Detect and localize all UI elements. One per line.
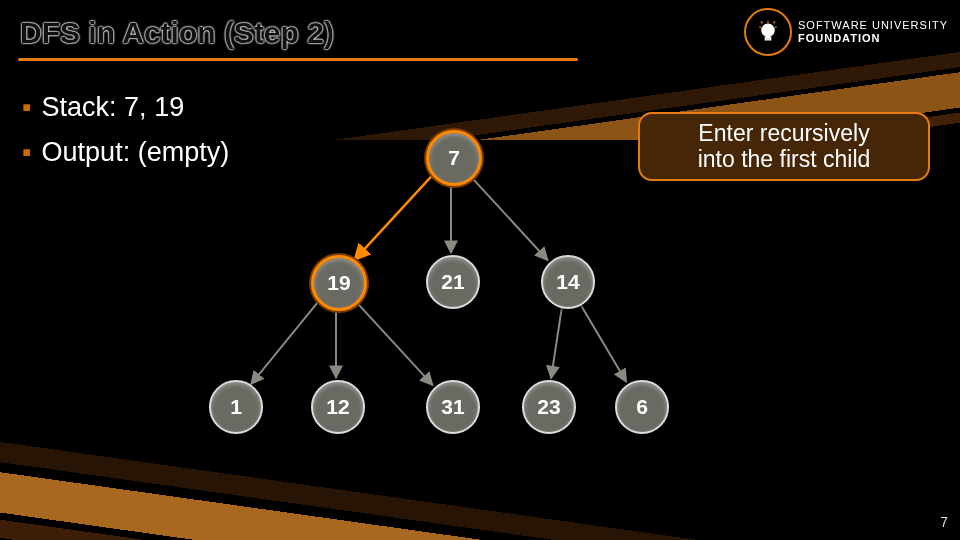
tree-node-19: 19 <box>311 255 367 311</box>
edge-19-1 <box>251 301 319 384</box>
tree-node-31: 31 <box>426 380 480 434</box>
tree-node-7: 7 <box>426 130 482 186</box>
tree-node-23: 23 <box>522 380 576 434</box>
edge-19-31 <box>354 300 432 385</box>
tree-node-1: 1 <box>209 380 263 434</box>
tree-node-21: 21 <box>426 255 480 309</box>
edge-7-19 <box>354 175 432 260</box>
edge-14-6 <box>580 303 626 382</box>
page-number: 7 <box>940 514 948 530</box>
tree-edges <box>0 0 960 540</box>
edge-14-23 <box>551 307 562 379</box>
slide: DFS in Action (Step 2) SOFTWARE UNIVERSI… <box>0 0 960 540</box>
tree-node-6: 6 <box>615 380 669 434</box>
tree-node-14: 14 <box>541 255 595 309</box>
edge-7-14 <box>469 175 547 260</box>
tree-node-12: 12 <box>311 380 365 434</box>
